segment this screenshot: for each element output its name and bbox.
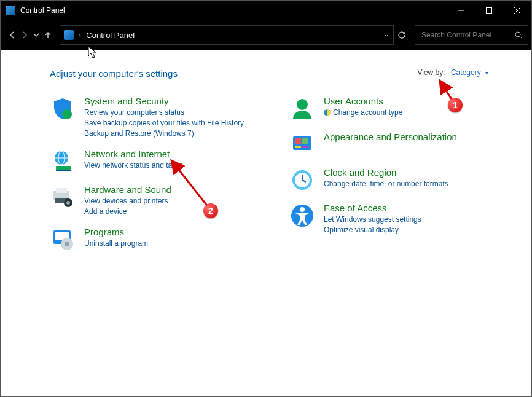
accessibility-icon — [289, 203, 315, 229]
titlebar: Control Panel — [1, 1, 531, 20]
minimize-button[interactable] — [447, 1, 475, 20]
breadcrumb-current[interactable]: Control Panel — [86, 31, 135, 40]
category-programs: Programs Uninstall a program — [50, 227, 265, 253]
content-area: Adjust your computer's settings View by:… — [1, 50, 531, 396]
category-sublink[interactable]: Uninstall a program — [84, 238, 148, 249]
category-sublink[interactable]: Backup and Restore (Windows 7) — [84, 128, 244, 139]
forward-button[interactable] — [20, 26, 29, 44]
category-link[interactable]: Hardware and Sound — [84, 184, 171, 195]
view-by-control[interactable]: View by: Category ▾ — [417, 68, 488, 77]
category-network-internet: Network and Internet View network status… — [50, 149, 265, 175]
maximize-button[interactable] — [475, 1, 503, 20]
close-button[interactable] — [503, 1, 531, 20]
shield-icon — [50, 96, 76, 122]
category-column-right: User Accounts Change account type Appear — [289, 96, 504, 262]
svg-rect-19 — [302, 138, 308, 144]
printer-icon — [50, 184, 76, 210]
address-bar[interactable]: › Control Panel — [60, 25, 394, 45]
breadcrumb-separator-icon: › — [79, 31, 81, 40]
globe-icon — [50, 149, 76, 175]
category-link[interactable]: Network and Internet — [84, 149, 183, 159]
search-box[interactable] — [415, 25, 528, 45]
app-icon — [6, 6, 15, 15]
category-link[interactable]: Programs — [84, 227, 148, 237]
category-sublink[interactable]: Save backup copies of your files with Fi… — [84, 118, 244, 128]
address-dropdown-icon[interactable] — [383, 32, 389, 38]
svg-point-1 — [515, 32, 520, 37]
category-link[interactable]: Clock and Region — [324, 167, 448, 178]
category-ease-of-access: Ease of Access Let Windows suggest setti… — [289, 203, 504, 235]
category-sublink[interactable]: View devices and printers — [84, 196, 171, 206]
clock-icon — [289, 167, 315, 193]
svg-rect-21 — [302, 146, 308, 148]
category-hardware-sound: Hardware and Sound View devices and prin… — [50, 184, 265, 217]
category-user-accounts: User Accounts Change account type — [289, 96, 504, 122]
appearance-icon — [289, 132, 315, 157]
category-sublink[interactable]: Let Windows suggest settings — [324, 214, 421, 225]
recent-locations-button[interactable] — [33, 26, 40, 44]
category-link[interactable]: System and Security — [84, 96, 244, 106]
category-clock-region: Clock and Region Change date, time, or n… — [289, 167, 504, 193]
category-sublink[interactable]: Change date, time, or number formats — [324, 179, 448, 189]
chevron-down-icon: ▾ — [485, 69, 488, 76]
svg-point-16 — [297, 99, 308, 110]
category-link[interactable]: User Accounts — [324, 96, 402, 106]
category-column-left: System and Security Review your computer… — [50, 96, 265, 262]
svg-point-11 — [66, 201, 70, 205]
category-system-security: System and Security Review your computer… — [50, 96, 265, 139]
category-appearance: Appearance and Personalization — [289, 132, 504, 157]
svg-rect-6 — [56, 170, 71, 171]
programs-icon — [50, 227, 76, 253]
category-sublink[interactable]: Change account type — [324, 108, 402, 118]
svg-rect-8 — [56, 188, 67, 193]
category-sublink[interactable]: Optimize visual display — [324, 225, 421, 235]
category-link[interactable]: Ease of Access — [324, 203, 421, 213]
category-sublink[interactable]: Add a device — [84, 206, 171, 217]
control-panel-icon — [64, 30, 74, 40]
user-icon — [289, 96, 315, 122]
view-by-value[interactable]: Category — [451, 68, 481, 77]
svg-point-25 — [300, 207, 305, 212]
up-button[interactable] — [44, 26, 52, 44]
svg-rect-5 — [56, 166, 71, 170]
refresh-button[interactable] — [397, 26, 406, 44]
svg-rect-0 — [487, 8, 492, 14]
window-title: Control Panel — [20, 6, 65, 15]
svg-point-2 — [62, 109, 72, 119]
svg-point-15 — [65, 242, 69, 246]
category-sublink[interactable]: View network status and tasks — [84, 160, 183, 171]
window-frame: Control Panel › — [0, 0, 532, 397]
svg-rect-18 — [295, 138, 301, 144]
category-link[interactable]: Appearance and Personalization — [324, 132, 457, 142]
svg-rect-20 — [295, 146, 301, 148]
uac-shield-icon — [324, 109, 331, 116]
navbar: › Control Panel — [1, 20, 531, 50]
search-icon — [515, 31, 523, 39]
back-button[interactable] — [8, 26, 17, 44]
view-by-label: View by: — [417, 68, 445, 77]
search-input[interactable] — [420, 30, 515, 40]
category-sublink[interactable]: Review your computer's status — [84, 108, 244, 118]
